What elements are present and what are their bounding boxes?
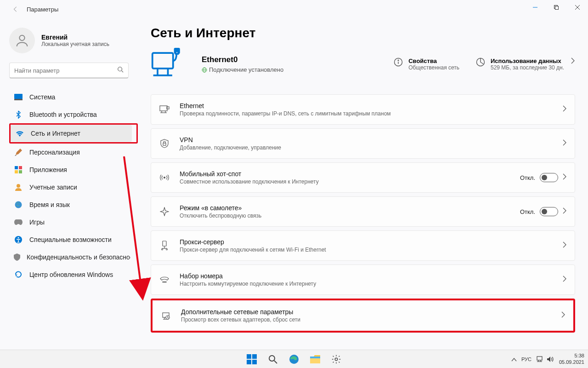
person-icon	[14, 183, 23, 192]
nav-apps[interactable]: Приложения	[9, 161, 130, 178]
tray-clock[interactable]: 5:38 05.09.2021	[559, 353, 584, 365]
setting-hotspot[interactable]: Мобильный хот-спот Совместное использова…	[151, 162, 575, 193]
data-usage-title: Использование данных	[491, 58, 564, 64]
taskbar-settings[interactable]	[327, 350, 345, 368]
bluetooth-icon	[14, 110, 23, 119]
svg-point-45	[165, 282, 166, 282]
chevron-right-icon	[563, 242, 566, 250]
gamepad-icon	[14, 218, 23, 227]
svg-point-43	[163, 282, 164, 282]
nav-gaming[interactable]: Игры	[9, 213, 130, 231]
apps-icon	[14, 165, 23, 174]
chevron-right-icon	[571, 58, 575, 66]
setting-sub: Добавление, подключение, управление	[180, 144, 563, 151]
setting-title: Мобильный хот-спот	[180, 170, 520, 178]
svg-point-41	[162, 249, 163, 250]
svg-point-17	[18, 237, 19, 239]
airplane-icon	[159, 207, 170, 217]
nav-time[interactable]: Время и язык	[9, 196, 130, 213]
nav-bluetooth[interactable]: Bluetooth и устройства	[9, 106, 130, 123]
taskbar: РУС 5:38 05.09.2021	[0, 350, 588, 368]
tray-network-icon[interactable]	[536, 355, 544, 363]
svg-rect-2	[555, 6, 559, 10]
svg-rect-12	[15, 170, 18, 173]
nav-accounts[interactable]: Учетные записи	[9, 178, 130, 196]
setting-title: Дополнительные сетевые параметры	[181, 308, 561, 316]
svg-point-15	[15, 201, 22, 208]
ethernet-icon	[159, 104, 170, 115]
svg-line-7	[122, 71, 124, 73]
svg-rect-8	[14, 94, 23, 99]
nav-update[interactable]: Центр обновления Windows	[9, 266, 130, 283]
setting-ethernet[interactable]: Ethernet Проверка подлинности, параметры…	[151, 94, 575, 125]
nav-network[interactable]: Сеть и Интернет	[11, 125, 132, 142]
search-box[interactable]	[9, 63, 129, 78]
svg-point-29	[398, 60, 399, 61]
connection-status: Подключение установлено	[209, 66, 283, 73]
setting-proxy[interactable]: Прокси-сервер Прокси-сервер для подключе…	[151, 230, 575, 261]
tray-overflow[interactable]	[511, 355, 517, 363]
svg-rect-52	[247, 354, 251, 359]
maximize-button[interactable]	[546, 0, 567, 15]
setting-advanced[interactable]: Дополнительные сетевые параметры Просмот…	[153, 300, 573, 331]
data-usage-sub: 529 МБ, за последние 30 дн.	[491, 64, 564, 71]
setting-sub: Прокси-сервер для подключений к сетям Wi…	[180, 247, 563, 253]
clock-globe-icon	[14, 200, 23, 209]
minimize-button[interactable]	[525, 0, 546, 15]
taskbar-explorer[interactable]	[306, 350, 324, 368]
airplane-toggle[interactable]	[540, 207, 558, 216]
nav-privacy[interactable]: Конфиденциальность и безопасность	[9, 248, 130, 266]
start-button[interactable]	[243, 350, 261, 368]
setting-title: Набор номера	[180, 272, 563, 280]
search-input[interactable]	[14, 67, 117, 74]
nav-label: Время и язык	[29, 201, 70, 208]
back-button[interactable]	[8, 2, 23, 17]
tray-language[interactable]: РУС	[521, 356, 531, 362]
advanced-network-icon	[161, 310, 171, 321]
info-icon	[394, 58, 404, 68]
highlight-network-nav: Сеть и Интернет	[9, 123, 138, 144]
data-usage-card[interactable]: Использование данных 529 МБ, за последни…	[476, 58, 575, 71]
svg-rect-10	[15, 166, 18, 169]
nav-label: Bluetooth и устройства	[29, 111, 97, 118]
highlight-advanced-settings: Дополнительные сетевые параметры Просмот…	[151, 299, 575, 333]
close-button[interactable]	[567, 0, 588, 15]
user-block[interactable]: Евгений Локальная учетная запись	[9, 28, 138, 53]
hotspot-toggle[interactable]	[540, 173, 558, 182]
svg-point-61	[335, 358, 338, 361]
chevron-right-icon	[563, 105, 566, 114]
nav-personalization[interactable]: Персонализация	[9, 144, 130, 161]
toggle-label: Откл.	[520, 174, 535, 181]
svg-rect-11	[19, 166, 22, 169]
svg-point-44	[164, 282, 165, 282]
svg-rect-23	[175, 51, 178, 54]
sidebar: Евгений Локальная учетная запись Система…	[0, 18, 138, 350]
nav-label: Центр обновления Windows	[29, 271, 113, 278]
system-icon	[14, 92, 23, 102]
setting-sub: Проверка подлинности, параметры IP-и DNS…	[180, 110, 563, 117]
chevron-right-icon	[563, 207, 566, 216]
svg-rect-54	[247, 360, 251, 364]
tray-volume-icon[interactable]	[546, 355, 554, 363]
svg-rect-31	[160, 106, 167, 111]
nav-system[interactable]: Система	[9, 88, 130, 106]
svg-rect-62	[537, 356, 542, 360]
nav-label: Специальные возможности	[29, 236, 112, 243]
nav-accessibility[interactable]: Специальные возможности	[9, 231, 130, 248]
tray-time: 5:38	[559, 353, 584, 359]
taskbar-search[interactable]	[264, 350, 282, 368]
setting-airplane[interactable]: Режим «в самолете» Отключить беспроводну…	[151, 196, 575, 227]
setting-vpn[interactable]: VPN Добавление, подключение, управление	[151, 128, 575, 159]
svg-point-37	[164, 177, 165, 178]
wifi-icon	[15, 129, 24, 138]
settings-list: Ethernet Проверка подлинности, параметры…	[151, 94, 575, 333]
svg-point-58	[289, 355, 299, 364]
setting-sub: Отключить беспроводную связь	[180, 213, 520, 219]
chevron-right-icon	[563, 276, 566, 284]
vpn-shield-icon	[159, 138, 170, 149]
svg-rect-55	[252, 360, 257, 364]
properties-card[interactable]: Свойства Общественная сеть	[394, 58, 459, 71]
taskbar-edge[interactable]	[285, 350, 303, 368]
setting-dialup[interactable]: Набор номера Настроить коммутируемое под…	[151, 264, 575, 295]
window-controls	[525, 0, 588, 15]
